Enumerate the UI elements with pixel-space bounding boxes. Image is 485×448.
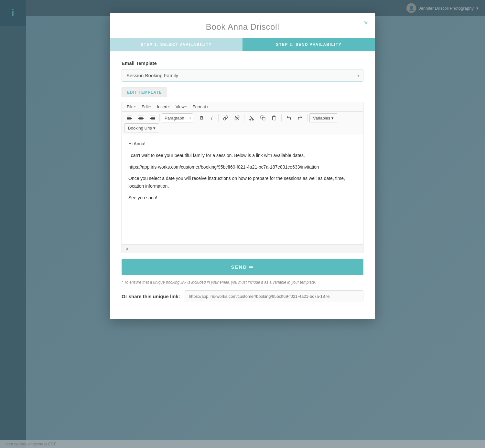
svg-rect-6	[138, 118, 144, 119]
toolbar-separator-2	[195, 114, 195, 121]
svg-rect-3	[127, 120, 131, 120]
modal-title: Book Anna Driscoll	[123, 22, 362, 32]
menu-format-label: Format	[193, 104, 206, 109]
editor-closing: See you soon!	[128, 194, 357, 202]
svg-rect-10	[150, 118, 155, 119]
svg-rect-11	[151, 120, 155, 120]
template-select[interactable]: Session Booking Family	[122, 69, 363, 82]
warning-text: * To ensure that a unique booking link i…	[122, 280, 363, 285]
editor-greeting: Hi Anna!	[128, 140, 357, 148]
menu-view-label: View	[176, 104, 185, 109]
modal-container: Book Anna Driscoll × STEP 1: SELECT AVAI…	[110, 13, 375, 319]
edit-template-button[interactable]: EDIT TEMPLATE	[122, 88, 167, 97]
modal-body: Email Template Session Booking Family ▾ …	[110, 51, 375, 309]
paste-button[interactable]	[269, 113, 279, 122]
copy-button[interactable]	[258, 113, 268, 122]
editor-content[interactable]: Hi Anna! I can't wait to see your beauti…	[122, 134, 363, 244]
modal-header: Book Anna Driscoll ×	[110, 13, 375, 38]
paragraph-select-wrapper: Paragraph ▾	[162, 113, 193, 122]
svg-rect-4	[138, 116, 144, 116]
share-link-label: Or share this unique link:	[122, 294, 180, 299]
italic-button[interactable]: I	[207, 113, 216, 122]
share-link-input[interactable]	[185, 290, 363, 302]
undo-button[interactable]	[284, 113, 294, 122]
redo-button[interactable]	[295, 113, 305, 122]
step-1[interactable]: STEP 1: SELECT AVAILABILITY	[110, 38, 242, 51]
menu-view-arrow: ▾	[185, 105, 187, 109]
editor-menubar: File ▾ Edit ▾ Insert ▾ View ▾	[122, 102, 363, 112]
menu-edit-arrow: ▾	[149, 105, 151, 109]
redo-icon	[297, 115, 303, 120]
editor-footer-tag: p	[126, 246, 128, 251]
email-template-section: Email Template Session Booking Family ▾ …	[122, 60, 363, 102]
editor-body1: I can't wait to see your beautiful famil…	[128, 152, 357, 160]
cut-button[interactable]	[246, 113, 257, 122]
toolbar-separator-6	[307, 114, 307, 121]
align-right-icon	[150, 116, 155, 120]
booking-urls-arrow-icon: ▾	[153, 126, 156, 130]
svg-line-12	[235, 116, 239, 120]
step-2-label: STEP 2: SEND AVAILABILITY	[276, 42, 341, 47]
paste-icon	[272, 115, 277, 120]
menu-insert-label: Insert	[157, 104, 167, 109]
variables-label: Variables	[313, 116, 330, 120]
send-button[interactable]: SEND ⇒	[122, 259, 363, 275]
svg-rect-9	[151, 117, 155, 118]
svg-rect-0	[127, 116, 132, 116]
align-left-button[interactable]	[124, 113, 135, 122]
email-template-label: Email Template	[122, 60, 363, 66]
menu-format-arrow: ▾	[207, 105, 208, 109]
unlink-button[interactable]	[232, 113, 242, 122]
editor-footer: p	[122, 244, 363, 253]
unlink-icon	[234, 115, 240, 120]
paragraph-select[interactable]: Paragraph	[162, 113, 193, 122]
booking-urls-label: Booking Urls	[128, 126, 152, 130]
menu-file-label: File	[127, 104, 134, 109]
svg-rect-5	[139, 117, 143, 118]
link-button[interactable]	[221, 113, 231, 122]
editor-body2: Once you select a date you will receive …	[128, 175, 357, 190]
link-icon	[223, 115, 228, 120]
booking-urls-button[interactable]: Booking Urls ▾	[124, 123, 159, 132]
undo-icon	[286, 115, 291, 120]
copy-icon	[260, 115, 265, 120]
align-center-icon	[138, 116, 144, 120]
share-link-row: Or share this unique link:	[122, 290, 363, 302]
svg-rect-18	[262, 117, 265, 120]
bold-button[interactable]: B	[197, 113, 206, 122]
step-1-label: STEP 1: SELECT AVAILABILITY	[141, 42, 212, 47]
menu-insert-arrow: ▾	[168, 105, 170, 109]
close-button[interactable]: ×	[364, 19, 368, 26]
step-2[interactable]: STEP 2: SEND AVAILABILITY	[242, 38, 375, 51]
menu-edit-label: Edit	[142, 104, 149, 109]
editor-booking-link: https://app.iris-works.com/customer/book…	[128, 163, 357, 171]
svg-rect-19	[273, 116, 275, 117]
variables-button[interactable]: Variables ▾	[309, 113, 337, 122]
variables-arrow-icon: ▾	[331, 116, 334, 120]
menu-file-arrow: ▾	[134, 105, 136, 109]
toolbar-separator-1	[159, 114, 160, 121]
template-select-wrapper: Session Booking Family ▾	[122, 69, 363, 82]
toolbar-separator-5	[281, 114, 282, 121]
align-left-icon	[127, 116, 132, 120]
svg-rect-2	[127, 118, 132, 119]
menu-edit[interactable]: Edit ▾	[139, 103, 153, 110]
toolbar-separator-3	[218, 114, 219, 121]
menu-insert[interactable]: Insert ▾	[155, 103, 172, 110]
svg-rect-7	[139, 120, 143, 120]
svg-line-17	[250, 116, 253, 119]
editor-container: File ▾ Edit ▾ Insert ▾ View ▾	[122, 102, 363, 253]
align-right-button[interactable]	[147, 113, 157, 122]
svg-rect-1	[127, 117, 131, 118]
modal-overlay: Book Anna Driscoll × STEP 1: SELECT AVAI…	[0, 0, 485, 448]
align-center-button[interactable]	[136, 113, 146, 122]
steps-bar: STEP 1: SELECT AVAILABILITY STEP 2: SEND…	[110, 38, 375, 51]
editor-toolbar: Paragraph ▾ B I	[122, 112, 363, 134]
svg-rect-8	[150, 116, 155, 116]
menu-view[interactable]: View ▾	[173, 103, 189, 110]
menu-format[interactable]: Format ▾	[190, 103, 210, 110]
toolbar-separator-4	[244, 114, 244, 121]
menu-file[interactable]: File ▾	[124, 103, 138, 110]
cut-icon	[249, 115, 254, 120]
